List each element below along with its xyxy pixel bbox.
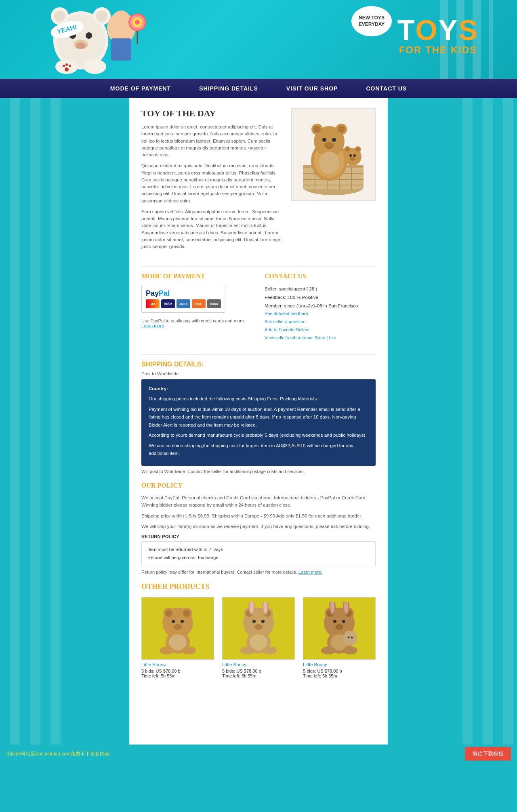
svg-point-13 [63, 65, 65, 67]
policy-para-1: Shipping price within US is $6.99. Shipp… [141, 512, 376, 520]
seller-name: specialagent [279, 286, 305, 291]
svg-point-40 [338, 126, 345, 133]
product-bids-0: 5 bids: US $78.00 b [141, 669, 214, 673]
post-to: Post to Worldwide [141, 371, 376, 376]
product-bids-1: 5 bids: US $78.00 b [222, 669, 295, 673]
svg-point-10 [55, 59, 78, 74]
contact-section: CONTACT US Seller: specialagent ( 28 ) F… [265, 273, 376, 342]
product-time-0: Time left: 5h 55m [141, 673, 214, 678]
contact-title: CONTACT US [265, 273, 376, 280]
seller-count: ( 28 ) [307, 286, 317, 291]
svg-point-43 [324, 142, 334, 149]
svg-point-91 [342, 620, 345, 623]
svg-point-75 [261, 620, 265, 623]
svg-point-51 [353, 154, 356, 157]
svg-point-101 [351, 637, 353, 639]
svg-point-96 [343, 646, 357, 654]
svg-point-44 [319, 151, 339, 174]
download-button[interactable]: 前往下载模板 [465, 747, 511, 761]
add-favorite-link[interactable]: Add to Favorite Sellers [265, 326, 376, 334]
svg-point-52 [350, 157, 355, 161]
svg-point-99 [350, 631, 355, 636]
svg-point-55 [165, 610, 172, 617]
shipping-section: SHIPPING DETAILS: Post to Worldwide Coun… [141, 361, 376, 474]
product-image-2 [303, 597, 376, 660]
products-grid: Little Bunny 5 bids: US $78.00 b Time le… [141, 597, 376, 678]
payment-contact-section: MODE OF PAYMENT PayPal MC VISA AMEX DISC… [141, 273, 376, 342]
paypal-logo: PayPal [146, 289, 221, 298]
nav-mode-of-payment[interactable]: MODE OF PAYMENT [96, 79, 185, 98]
return-item-1: Refund will be given as: Exchange [147, 554, 370, 562]
svg-point-90 [333, 620, 336, 623]
svg-point-11 [84, 59, 106, 74]
nav-shipping-details[interactable]: SHIPPING DETAILS [185, 79, 272, 98]
svg-point-60 [174, 624, 182, 630]
member-label: Member: [265, 303, 283, 308]
visa-icon: VISA [161, 299, 175, 308]
payment-description: Use PayPal to easily pay with credit car… [141, 318, 252, 328]
nav-contact-us[interactable]: CONTACT US [352, 79, 421, 98]
shipping-title: SHIPPING DETAILS: [141, 361, 376, 368]
svg-point-14 [65, 63, 68, 66]
product-name-0[interactable]: Little Bunny [141, 662, 214, 667]
discover-icon: DISC [192, 299, 206, 308]
svg-point-12 [65, 67, 69, 72]
policy-para-0: We accept PayPal, Personal checks and Cr… [141, 494, 376, 509]
feedback-value: 100 % Positive [288, 295, 318, 300]
svg-point-76 [254, 624, 263, 630]
shipping-note: Will post to Worldwide. Contact the sell… [141, 469, 376, 474]
svg-point-50 [349, 154, 352, 157]
logo-o: O [415, 15, 438, 46]
logo-subtitle: FOR THE KIDS [397, 44, 479, 56]
ask-seller-link[interactable]: Ask seller a question [265, 318, 376, 326]
toy-para-2: Quisque eleifend mi quis ante. Vestibulu… [141, 162, 283, 204]
svg-point-15 [69, 65, 71, 67]
return-label: RETURN POLICY [141, 534, 376, 539]
svg-point-79 [240, 646, 255, 654]
svg-point-100 [348, 637, 350, 639]
toy-of-day-section: TOY OF THE DAY Lorem ipsum dolor sit ame… [141, 108, 376, 254]
nav-visit-our-shop[interactable]: VISIT OUR SHOP [272, 79, 352, 98]
view-other-items-link[interactable]: View seller's other items: Store | List [265, 334, 376, 342]
policy-learn-more[interactable]: Learn more. [298, 570, 322, 574]
mastercard-icon: MC [146, 299, 160, 308]
other-products-title: OTHER PRODUCTS [141, 583, 376, 591]
shipping-item-0: Our shipping prices included the followi… [149, 395, 368, 403]
svg-point-95 [321, 646, 336, 654]
toy-of-day-title: TOY OF THE DAY [141, 108, 283, 119]
product-image-1 [222, 597, 295, 660]
svg-point-9 [76, 42, 86, 49]
svg-point-59 [181, 620, 184, 623]
logo-s: S [458, 15, 479, 46]
contact-info: Seller: specialagent ( 28 ) Feedback: 10… [265, 285, 376, 342]
svg-point-92 [335, 624, 343, 630]
seller-label: Seller: [265, 286, 278, 291]
product-item-0: Little Bunny 5 bids: US $78.00 b Time le… [141, 597, 214, 678]
policy-title: OUR POLICY [141, 482, 376, 489]
svg-point-49 [356, 147, 360, 151]
feedback-label: Feedback: [265, 295, 286, 300]
svg-point-17 [112, 11, 130, 28]
svg-point-63 [160, 646, 174, 654]
member-since: since June-2v1-08 in San Francisco [284, 303, 358, 308]
policy-section: OUR POLICY We accept PayPal, Personal ch… [141, 482, 376, 574]
svg-point-7 [86, 32, 92, 39]
product-name-2[interactable]: Little Bunny [303, 662, 376, 667]
shipping-item-3: We can combine shipping,the shipping cos… [149, 442, 368, 458]
payment-learn-more[interactable]: Learn more [141, 323, 164, 328]
svg-point-42 [332, 138, 336, 142]
product-item-2: Little Bunny 5 bids: US $78.00 b Time le… [303, 597, 376, 678]
toy-text: TOY OF THE DAY Lorem ipsum dolor sit ame… [141, 108, 283, 254]
svg-point-23 [135, 20, 140, 25]
svg-point-64 [181, 646, 196, 654]
country-label: Country: [149, 385, 368, 393]
svg-point-5 [96, 11, 107, 22]
product-time-2: Time left: 5h 55m [303, 673, 376, 678]
footer-watermark: 访问dh号社区bbs.xienlao.com免费不下更多内容 [6, 751, 109, 757]
svg-point-58 [172, 620, 175, 623]
see-feedback-link[interactable]: See detailed feedback [265, 310, 376, 318]
bank-icon: BANK [207, 299, 221, 308]
logo-y: Y [439, 15, 459, 46]
payment-title: MODE OF PAYMENT [141, 273, 252, 280]
product-name-1[interactable]: Little Bunny [222, 662, 295, 667]
